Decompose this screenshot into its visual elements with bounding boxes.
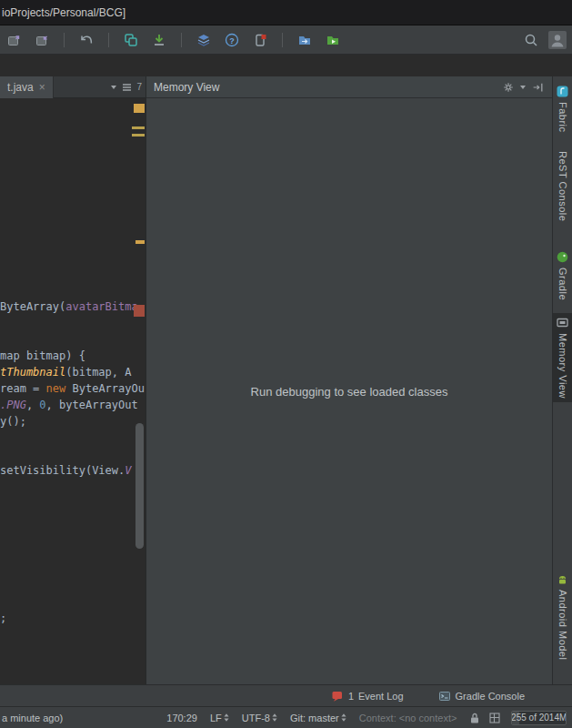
encoding-widget[interactable]: UTF-8 <box>242 713 277 723</box>
tool-button-rest-console[interactable]: ReST Console <box>553 147 572 225</box>
bottom-tool-bar: 1Event LogGradle Console <box>0 684 572 706</box>
main-content: t.java × 7 ByteArray(avatarBitmamap bitm… <box>0 76 572 684</box>
balloon-icon <box>331 690 344 703</box>
android-studio-window: ioProjects/Personal/BCG] ? t.java × 7 <box>0 0 572 728</box>
run-context-widget[interactable]: Context: <no context> <box>359 713 457 723</box>
window-title: ioProjects/Personal/BCG] <box>2 6 125 19</box>
error-stripe-mark[interactable] <box>132 126 145 129</box>
android-icon <box>557 573 569 586</box>
undo-icon[interactable] <box>78 32 95 48</box>
download-icon[interactable] <box>151 32 167 48</box>
memory-view-header[interactable]: Memory View <box>146 76 552 98</box>
sync-icon[interactable] <box>123 32 139 48</box>
gear-icon[interactable] <box>501 80 516 95</box>
grid-icon[interactable] <box>489 713 500 723</box>
lock-icon[interactable] <box>469 712 480 724</box>
caret-position-widget[interactable]: 170:29 <box>166 713 197 723</box>
toolbar-separator <box>181 33 182 47</box>
updown-icon <box>224 713 229 722</box>
editor-scrollbar[interactable] <box>135 423 144 549</box>
tool-button-label: ReST Console <box>557 151 568 221</box>
vcs-update-time: a minute ago) <box>2 713 63 723</box>
memory-indicator[interactable]: 255 of 2014M <box>511 711 567 725</box>
hidden-tabs-count: 7 <box>136 82 142 92</box>
device-monitor-icon[interactable] <box>252 32 268 48</box>
gradle-icon <box>557 251 569 264</box>
encoding-value: UTF-8 <box>242 713 270 723</box>
chevron-down-icon <box>520 86 526 89</box>
toolbar-button-group: ? <box>5 32 341 48</box>
tool-window-strip: FabricReST ConsoleGradleMemory ViewAndro… <box>552 76 572 684</box>
toolbar-separator <box>282 33 283 47</box>
toolbar-separator <box>64 33 65 47</box>
error-stripe-mark[interactable] <box>134 305 145 317</box>
help-icon[interactable]: ? <box>224 32 240 48</box>
hidden-tabs-widget[interactable]: 7 <box>111 80 146 95</box>
error-stripe-mark[interactable] <box>132 134 145 136</box>
tab-list-icon <box>119 80 134 95</box>
code-line: setVisibility(View.V <box>0 462 132 479</box>
avatar[interactable] <box>548 31 567 49</box>
tool-button-label: Gradle Console <box>456 691 525 702</box>
notification-badge: 1 <box>348 691 354 702</box>
tool-button-label: Fabric <box>557 102 568 133</box>
panel-title: Memory View <box>154 81 219 94</box>
tool-button-memory-view[interactable]: Memory View <box>553 313 572 402</box>
updown-icon <box>272 713 277 722</box>
tool-button-fabric[interactable]: Fabric <box>553 82 572 136</box>
toolbar-separator <box>108 33 109 47</box>
code-editor[interactable]: ByteArray(avatarBitmamap bitmap) {tThumb… <box>0 98 146 684</box>
memory-view-body: Run debugging to see loaded classes <box>146 98 552 684</box>
toolbar-right-group <box>523 31 567 49</box>
git-branch-value: Git: master <box>290 713 339 723</box>
folder-run-icon[interactable] <box>325 32 341 48</box>
code-line: .PNG, 0, byteArrayOut <box>0 397 138 413</box>
tab-java-file[interactable]: t.java × <box>0 76 54 98</box>
memory-view-icon <box>557 317 569 329</box>
tool-button-event-log[interactable]: 1Event Log <box>331 690 404 703</box>
title-bar[interactable]: ioProjects/Personal/BCG] <box>0 0 572 25</box>
chevron-down-icon <box>111 86 116 89</box>
code-line: ; <box>0 610 6 626</box>
code-line: ByteArray(avatarBitma <box>0 298 138 315</box>
tool-button-label: Android Model <box>557 590 568 660</box>
error-stripe-mark[interactable] <box>134 104 145 113</box>
memory-view-panel: Memory View Run debugging to see loaded … <box>146 76 552 684</box>
updown-icon <box>341 713 346 722</box>
line-separator-widget[interactable]: LF <box>210 713 229 723</box>
code-line: y(); <box>0 413 26 430</box>
error-stripe-mark[interactable] <box>135 240 145 244</box>
code-line: ream = new ByteArrayOu <box>0 380 145 397</box>
code-line: tThumbnail(bitmap, A <box>0 364 132 380</box>
editor-pane: t.java × 7 ByteArray(avatarBitmamap bitm… <box>0 76 146 684</box>
svg-text:?: ? <box>229 35 235 45</box>
memory-usage-text: 255 of 2014M <box>511 713 567 723</box>
tool-button-gradle-console[interactable]: Gradle Console <box>438 690 525 703</box>
main-toolbar: ? <box>0 25 572 55</box>
fabric-icon <box>557 86 569 98</box>
panel-header-icons <box>501 80 545 95</box>
close-icon[interactable]: × <box>39 81 45 94</box>
tool-button-label: Memory View <box>557 333 568 399</box>
check-in-icon[interactable] <box>5 32 22 48</box>
code-line: map bitmap) { <box>0 348 85 364</box>
tab-label: t.java <box>7 81 34 94</box>
hide-panel-icon[interactable] <box>530 80 545 95</box>
line-separator-value: LF <box>210 713 222 723</box>
empty-state-message: Run debugging to see loaded classes <box>251 385 448 399</box>
navigation-bar <box>0 55 572 76</box>
layers-icon[interactable] <box>196 32 212 48</box>
tool-button-label: Event Log <box>358 691 404 702</box>
git-branch-widget[interactable]: Git: master <box>290 713 346 723</box>
tool-button-android-model[interactable]: Android Model <box>553 570 572 663</box>
editor-tab-bar: t.java × 7 <box>0 76 146 98</box>
console-icon <box>438 690 451 703</box>
status-bar: a minute ago) 170:29 LF UTF-8 Git: maste… <box>0 706 572 728</box>
tool-button-label: Gradle <box>557 268 568 300</box>
folder-sync-icon[interactable] <box>296 32 313 48</box>
search-icon[interactable] <box>523 32 539 48</box>
check-out-icon[interactable] <box>34 32 50 48</box>
tool-button-gradle[interactable]: Gradle <box>553 248 572 304</box>
